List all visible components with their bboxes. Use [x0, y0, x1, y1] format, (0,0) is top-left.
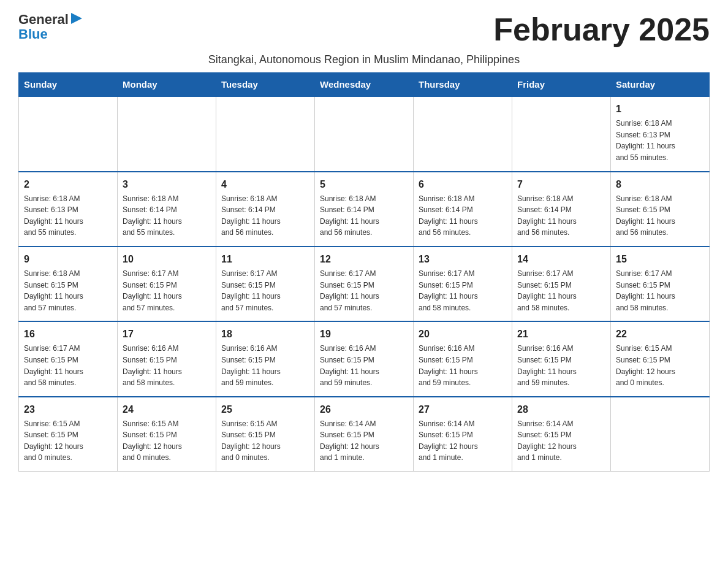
calendar-cell: 26Sunrise: 6:14 AMSunset: 6:15 PMDayligh… [315, 397, 414, 472]
day-info: Sunrise: 6:18 AMSunset: 6:14 PMDaylight:… [221, 193, 309, 239]
calendar-header-row: SundayMondayTuesdayWednesdayThursdayFrid… [19, 73, 710, 97]
calendar-cell: 28Sunrise: 6:14 AMSunset: 6:15 PMDayligh… [512, 397, 611, 472]
calendar-cell [216, 96, 315, 171]
calendar-day-header-tuesday: Tuesday [216, 73, 315, 97]
day-info: Sunrise: 6:18 AMSunset: 6:14 PMDaylight:… [517, 193, 605, 239]
day-number: 12 [320, 252, 408, 267]
day-number: 26 [320, 402, 408, 417]
calendar-cell: 24Sunrise: 6:15 AMSunset: 6:15 PMDayligh… [118, 397, 216, 472]
day-number: 23 [24, 402, 112, 417]
day-number: 19 [320, 327, 408, 342]
calendar-cell: 19Sunrise: 6:16 AMSunset: 6:15 PMDayligh… [315, 321, 414, 396]
day-info: Sunrise: 6:16 AMSunset: 6:15 PMDaylight:… [320, 343, 408, 388]
day-number: 9 [24, 252, 112, 267]
day-number: 20 [419, 327, 507, 342]
day-number: 6 [419, 177, 507, 192]
day-number: 16 [24, 327, 112, 342]
calendar-day-header-sunday: Sunday [19, 73, 118, 97]
day-info: Sunrise: 6:16 AMSunset: 6:15 PMDaylight:… [221, 343, 309, 388]
day-info: Sunrise: 6:16 AMSunset: 6:15 PMDaylight:… [419, 343, 507, 388]
calendar-cell [512, 96, 611, 171]
day-info: Sunrise: 6:17 AMSunset: 6:15 PMDaylight:… [24, 343, 112, 388]
calendar-day-header-saturday: Saturday [611, 73, 710, 97]
day-number: 8 [616, 177, 704, 192]
page-header: General Blue February 2025 [18, 12, 710, 47]
calendar-cell: 4Sunrise: 6:18 AMSunset: 6:14 PMDaylight… [216, 172, 315, 247]
svg-marker-0 [71, 13, 82, 24]
calendar-cell [315, 96, 414, 171]
day-info: Sunrise: 6:18 AMSunset: 6:13 PMDaylight:… [24, 193, 112, 239]
calendar-cell: 5Sunrise: 6:18 AMSunset: 6:14 PMDaylight… [315, 172, 414, 247]
calendar-week-row: 16Sunrise: 6:17 AMSunset: 6:15 PMDayligh… [19, 321, 710, 396]
day-info: Sunrise: 6:16 AMSunset: 6:15 PMDaylight:… [123, 343, 211, 388]
logo: General Blue [18, 12, 83, 42]
calendar-cell: 8Sunrise: 6:18 AMSunset: 6:15 PMDaylight… [611, 172, 710, 247]
calendar-week-row: 9Sunrise: 6:18 AMSunset: 6:15 PMDaylight… [19, 247, 710, 321]
logo-general: General [18, 12, 69, 27]
calendar-cell: 15Sunrise: 6:17 AMSunset: 6:15 PMDayligh… [611, 247, 710, 321]
calendar-cell: 16Sunrise: 6:17 AMSunset: 6:15 PMDayligh… [19, 321, 118, 396]
day-number: 25 [221, 402, 309, 417]
day-number: 17 [123, 327, 211, 342]
day-info: Sunrise: 6:15 AMSunset: 6:15 PMDaylight:… [616, 343, 704, 388]
calendar-cell [414, 96, 512, 171]
calendar-cell: 7Sunrise: 6:18 AMSunset: 6:14 PMDaylight… [512, 172, 611, 247]
day-info: Sunrise: 6:17 AMSunset: 6:15 PMDaylight:… [517, 268, 605, 313]
calendar-cell: 9Sunrise: 6:18 AMSunset: 6:15 PMDaylight… [19, 247, 118, 321]
calendar-day-header-monday: Monday [118, 73, 216, 97]
day-info: Sunrise: 6:18 AMSunset: 6:15 PMDaylight:… [24, 268, 112, 313]
calendar-cell: 25Sunrise: 6:15 AMSunset: 6:15 PMDayligh… [216, 397, 315, 472]
day-number: 2 [24, 177, 112, 192]
calendar-cell: 11Sunrise: 6:17 AMSunset: 6:15 PMDayligh… [216, 247, 315, 321]
day-number: 10 [123, 252, 211, 267]
calendar-cell: 3Sunrise: 6:18 AMSunset: 6:14 PMDaylight… [118, 172, 216, 247]
day-number: 21 [517, 327, 605, 342]
calendar-day-header-wednesday: Wednesday [315, 73, 414, 97]
calendar-cell: 14Sunrise: 6:17 AMSunset: 6:15 PMDayligh… [512, 247, 611, 321]
day-number: 1 [616, 102, 704, 117]
calendar-cell: 1Sunrise: 6:18 AMSunset: 6:13 PMDaylight… [611, 96, 710, 171]
calendar-cell [118, 96, 216, 171]
day-info: Sunrise: 6:17 AMSunset: 6:15 PMDaylight:… [221, 268, 309, 313]
day-info: Sunrise: 6:17 AMSunset: 6:15 PMDaylight:… [419, 268, 507, 313]
calendar-cell: 22Sunrise: 6:15 AMSunset: 6:15 PMDayligh… [611, 321, 710, 396]
calendar-cell: 12Sunrise: 6:17 AMSunset: 6:15 PMDayligh… [315, 247, 414, 321]
calendar-cell [19, 96, 118, 171]
day-info: Sunrise: 6:18 AMSunset: 6:14 PMDaylight:… [419, 193, 507, 239]
day-number: 15 [616, 252, 704, 267]
day-number: 4 [221, 177, 309, 192]
day-info: Sunrise: 6:17 AMSunset: 6:15 PMDaylight:… [616, 268, 704, 313]
month-title: February 2025 [493, 12, 710, 47]
calendar-cell: 27Sunrise: 6:14 AMSunset: 6:15 PMDayligh… [414, 397, 512, 472]
subtitle: Sitangkai, Autonomous Region in Muslim M… [18, 53, 710, 66]
day-number: 18 [221, 327, 309, 342]
day-info: Sunrise: 6:16 AMSunset: 6:15 PMDaylight:… [517, 343, 605, 388]
title-area: February 2025 [493, 12, 710, 47]
calendar-cell: 23Sunrise: 6:15 AMSunset: 6:15 PMDayligh… [19, 397, 118, 472]
day-number: 27 [419, 402, 507, 417]
calendar-cell: 20Sunrise: 6:16 AMSunset: 6:15 PMDayligh… [414, 321, 512, 396]
day-info: Sunrise: 6:15 AMSunset: 6:15 PMDaylight:… [123, 418, 211, 464]
day-number: 28 [517, 402, 605, 417]
calendar-cell: 17Sunrise: 6:16 AMSunset: 6:15 PMDayligh… [118, 321, 216, 396]
logo-blue: Blue [18, 26, 48, 42]
day-number: 3 [123, 177, 211, 192]
day-info: Sunrise: 6:18 AMSunset: 6:15 PMDaylight:… [616, 193, 704, 239]
day-number: 7 [517, 177, 605, 192]
day-info: Sunrise: 6:14 AMSunset: 6:15 PMDaylight:… [320, 418, 408, 464]
day-number: 22 [616, 327, 704, 342]
day-info: Sunrise: 6:17 AMSunset: 6:15 PMDaylight:… [123, 268, 211, 313]
calendar-cell: 18Sunrise: 6:16 AMSunset: 6:15 PMDayligh… [216, 321, 315, 396]
day-info: Sunrise: 6:14 AMSunset: 6:15 PMDaylight:… [419, 418, 507, 464]
day-number: 14 [517, 252, 605, 267]
day-info: Sunrise: 6:17 AMSunset: 6:15 PMDaylight:… [320, 268, 408, 313]
calendar-week-row: 23Sunrise: 6:15 AMSunset: 6:15 PMDayligh… [19, 397, 710, 472]
day-info: Sunrise: 6:15 AMSunset: 6:15 PMDaylight:… [24, 418, 112, 464]
day-info: Sunrise: 6:15 AMSunset: 6:15 PMDaylight:… [221, 418, 309, 464]
day-number: 5 [320, 177, 408, 192]
calendar-cell: 21Sunrise: 6:16 AMSunset: 6:15 PMDayligh… [512, 321, 611, 396]
calendar-table: SundayMondayTuesdayWednesdayThursdayFrid… [18, 72, 710, 472]
day-number: 24 [123, 402, 211, 417]
calendar-week-row: 2Sunrise: 6:18 AMSunset: 6:13 PMDaylight… [19, 172, 710, 247]
day-info: Sunrise: 6:18 AMSunset: 6:14 PMDaylight:… [320, 193, 408, 239]
